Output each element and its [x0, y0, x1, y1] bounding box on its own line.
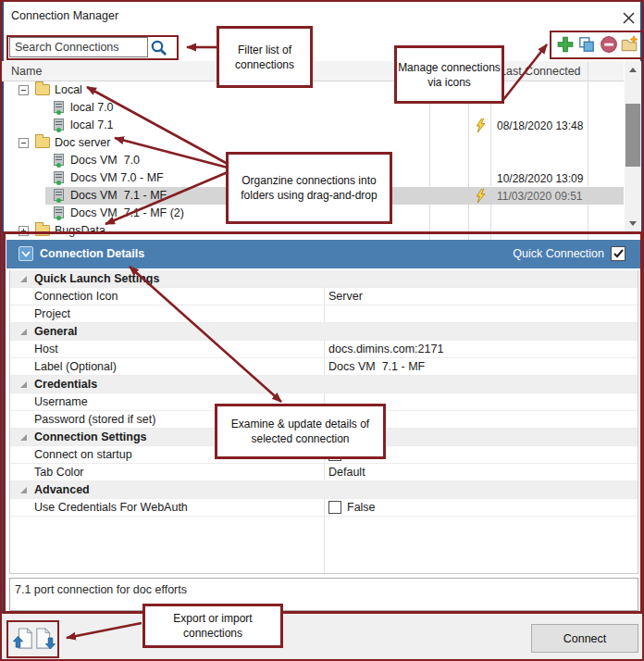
tree-item-label: Docs VM 7.0	[70, 154, 140, 167]
property-row[interactable]: Label (Optional) Docs VM 7.1 - MF	[10, 358, 638, 376]
category-collapse-icon[interactable]	[20, 381, 27, 388]
category-row[interactable]: Quick Launch Settings	[10, 270, 638, 288]
tree-row-local-71[interactable]: local 7.1 08/18/2020 13:48	[2, 117, 624, 134]
column-last-connected[interactable]: Last Connected	[500, 65, 581, 78]
close-icon	[623, 12, 635, 24]
webauth-checkbox[interactable]	[328, 501, 341, 514]
column-name[interactable]: Name	[11, 65, 42, 78]
callout-text: Manage connections	[398, 60, 501, 75]
tree-item-label: Docs VM 7.0 - MF	[70, 171, 164, 184]
category-collapse-icon[interactable]	[20, 487, 27, 493]
property-label: Host	[34, 343, 58, 355]
import-connections-icon	[35, 628, 56, 650]
collapse-panel-button[interactable]	[19, 246, 33, 261]
connection-manager-window: Connection Manager	[0, 0, 644, 661]
lightning-icon	[475, 118, 487, 132]
tree-row-doc-server[interactable]: Doc server	[2, 134, 624, 152]
category-label: Credentials	[34, 378, 97, 391]
tree-item-label: Docs VM 7.1 - MF (2)	[70, 206, 184, 219]
server-icon	[54, 189, 64, 201]
callout-text: connections	[235, 57, 294, 72]
tree-column-header[interactable]: Name Last Connected	[2, 61, 624, 81]
tree-item-label: Doc server	[55, 136, 110, 149]
property-row[interactable]: Host docs.dimins.com:2171	[10, 341, 638, 358]
property-row[interactable]: Project	[10, 306, 638, 323]
last-connected-value: 08/18/2020 13:48	[497, 119, 583, 132]
callout-organize: Organzine connections into folders using…	[226, 152, 392, 224]
callout-text: Examine & update details of	[231, 417, 369, 431]
tree-item-label: Docs VM 7.1 - MF	[70, 189, 167, 202]
category-label: Quick Launch Settings	[34, 272, 159, 285]
panel-title: Connection Details	[40, 247, 144, 260]
checkmark-icon	[613, 249, 624, 258]
folder-icon	[35, 137, 50, 148]
expand-expander-icon[interactable]	[19, 226, 29, 236]
folder-icon	[35, 225, 50, 236]
category-row[interactable]: General	[10, 323, 638, 341]
new-folder-button[interactable]	[620, 35, 638, 54]
window-title: Connection Manager	[11, 9, 118, 22]
server-icon	[54, 101, 64, 113]
category-label: Connection Settings	[34, 430, 147, 443]
category-collapse-icon[interactable]	[20, 276, 27, 282]
callout-text: Export or import	[173, 611, 252, 626]
delete-connection-icon	[600, 35, 618, 54]
import-connections-button[interactable]	[35, 628, 56, 650]
callout-export: Export or import connections	[142, 604, 283, 648]
property-value[interactable]: False	[347, 501, 376, 514]
callout-text: folders using drag-and-drop	[241, 188, 377, 203]
callout-text: connections	[183, 626, 242, 641]
property-row[interactable]: Connection Icon Server	[10, 288, 638, 306]
quick-connection-label: Quick Connection	[513, 247, 604, 260]
category-collapse-icon[interactable]	[20, 329, 27, 335]
copy-connection-button[interactable]	[577, 35, 596, 54]
category-label: General	[34, 325, 78, 338]
add-connection-icon	[556, 35, 575, 54]
search-input[interactable]	[9, 37, 148, 57]
quick-connection-checkbox[interactable]	[611, 246, 625, 261]
tree-item-label: local 7.0	[70, 101, 114, 114]
category-collapse-icon[interactable]	[20, 434, 27, 441]
export-connections-icon	[13, 628, 33, 650]
callout-text: Organzine connections into	[242, 173, 376, 188]
category-row[interactable]: Advanced	[10, 481, 638, 499]
callout-text: via icons	[427, 75, 471, 90]
tree-item-label: Local	[55, 83, 82, 96]
delete-connection-button[interactable]	[600, 35, 618, 54]
property-label: Connect on startup	[34, 448, 132, 461]
tree-row-local[interactable]: Local	[2, 81, 624, 99]
copy-connection-icon	[577, 35, 596, 54]
connection-details-header[interactable]: Connection Details Quick Connection	[6, 240, 641, 268]
callout-text: Filter list of	[238, 43, 291, 57]
folder-icon	[35, 84, 50, 95]
property-value[interactable]: Docs VM 7.1 - MF	[328, 360, 425, 373]
property-label: Password (stored if set)	[34, 413, 155, 426]
property-label: Connection Icon	[34, 290, 118, 303]
tree-row-bugsdata[interactable]: BugsData	[2, 222, 624, 240]
close-button[interactable]	[618, 7, 638, 28]
property-label: Project	[34, 307, 70, 320]
triangle-up-icon	[629, 68, 637, 72]
tree-item-label: local 7.1	[70, 118, 114, 131]
tree-scrollbar[interactable]	[625, 61, 641, 231]
search-icon[interactable]	[150, 39, 168, 57]
collapse-expander-icon[interactable]	[19, 85, 29, 95]
category-row[interactable]: Credentials	[10, 376, 638, 393]
tree-row-local-70[interactable]: local 7.0	[2, 99, 624, 117]
export-connections-button[interactable]	[13, 628, 33, 650]
scroll-down-button[interactable]	[625, 215, 641, 231]
add-connection-button[interactable]	[556, 35, 575, 54]
property-value[interactable]: docs.dimins.com:2171	[328, 343, 443, 355]
callout-filter: Filter list of connections	[217, 26, 313, 88]
property-row[interactable]: Use Credentials For WebAuth False	[10, 499, 638, 517]
property-value[interactable]: Server	[328, 290, 363, 303]
collapse-expander-icon[interactable]	[19, 138, 29, 148]
callout-text: selected connection	[251, 431, 349, 446]
connect-button[interactable]: Connect	[531, 624, 638, 653]
property-row[interactable]: Tab Color Default	[10, 464, 638, 481]
scroll-up-button[interactable]	[625, 61, 641, 78]
scrollbar-thumb[interactable]	[625, 104, 640, 167]
server-icon	[54, 118, 64, 131]
property-value[interactable]: Default	[328, 466, 365, 479]
server-icon	[54, 154, 64, 166]
